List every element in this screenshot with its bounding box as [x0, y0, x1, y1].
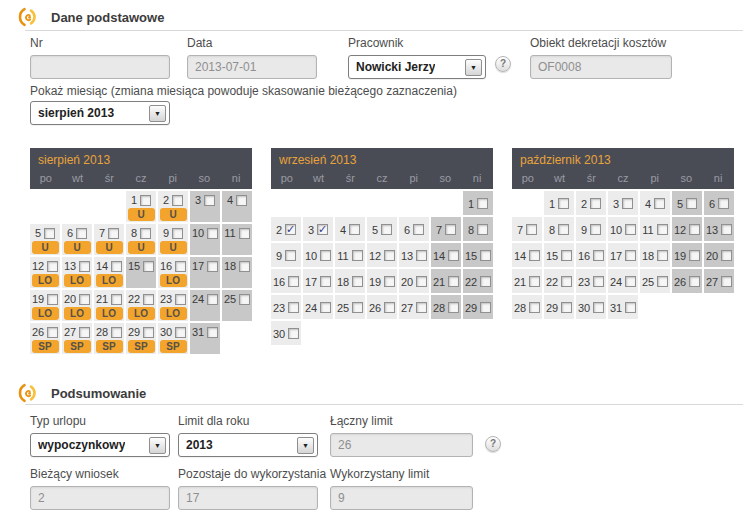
day-checkbox[interactable]	[320, 302, 331, 313]
day-checkbox[interactable]	[561, 250, 572, 261]
day-checkbox[interactable]	[288, 302, 299, 313]
day-checkbox[interactable]	[108, 228, 119, 239]
day-checkbox[interactable]	[416, 250, 427, 261]
day-checkbox[interactable]	[79, 261, 90, 272]
day-checkbox[interactable]	[448, 276, 459, 287]
day-checkbox[interactable]	[561, 276, 572, 287]
day-checkbox[interactable]	[477, 224, 488, 235]
day-checkbox[interactable]	[207, 228, 218, 239]
day-checkbox[interactable]	[445, 224, 456, 235]
day-checkbox[interactable]	[352, 276, 363, 287]
chevron-down-icon[interactable]: ▼	[149, 437, 166, 454]
day-checkbox[interactable]	[590, 224, 601, 235]
day-checkbox[interactable]	[320, 276, 331, 287]
day-checkbox[interactable]	[239, 294, 250, 305]
day-checkbox[interactable]	[448, 250, 459, 261]
day-checkbox[interactable]	[689, 224, 700, 235]
day-checkbox[interactable]	[207, 327, 218, 338]
day-checkbox[interactable]	[593, 250, 604, 261]
day-checkbox[interactable]	[288, 328, 299, 339]
day-checkbox[interactable]	[561, 302, 572, 313]
day-checkbox[interactable]	[320, 250, 331, 261]
day-checkbox[interactable]	[207, 294, 218, 305]
day-checkbox[interactable]	[480, 250, 491, 261]
day-checkbox[interactable]	[47, 294, 58, 305]
day-checkbox[interactable]	[111, 261, 122, 272]
employee-select[interactable]: Nowicki Jerzy ▼	[348, 55, 486, 79]
day-checkbox[interactable]	[657, 250, 668, 261]
day-checkbox[interactable]	[140, 228, 151, 239]
day-checkbox[interactable]	[384, 276, 395, 287]
day-checkbox[interactable]	[384, 302, 395, 313]
day-checkbox[interactable]	[480, 302, 491, 313]
chevron-down-icon[interactable]: ▼	[465, 59, 482, 76]
chevron-down-icon[interactable]: ▼	[149, 105, 166, 122]
day-checkbox[interactable]	[590, 198, 601, 209]
day-checkbox[interactable]	[204, 195, 215, 206]
day-checkbox[interactable]	[239, 261, 250, 272]
day-checkbox[interactable]	[76, 228, 87, 239]
day-checkbox[interactable]	[175, 294, 186, 305]
day-checkbox[interactable]	[140, 195, 151, 206]
day-checkbox[interactable]	[718, 198, 729, 209]
day-checkbox[interactable]	[352, 302, 363, 313]
day-checkbox[interactable]	[111, 327, 122, 338]
day-checkbox[interactable]	[79, 327, 90, 338]
day-checkbox[interactable]	[686, 198, 697, 209]
day-checkbox[interactable]	[625, 302, 636, 313]
day-checkbox[interactable]	[416, 276, 427, 287]
day-checkbox[interactable]	[172, 195, 183, 206]
day-checkbox[interactable]	[593, 276, 604, 287]
day-checkbox[interactable]	[689, 276, 700, 287]
day-checkbox[interactable]	[285, 224, 296, 235]
day-checkbox[interactable]	[143, 294, 154, 305]
day-checkbox[interactable]	[79, 294, 90, 305]
day-checkbox[interactable]	[47, 261, 58, 272]
day-checkbox[interactable]	[349, 224, 360, 235]
day-checkbox[interactable]	[558, 198, 569, 209]
day-checkbox[interactable]	[654, 198, 665, 209]
year-limit-select[interactable]: 2013 ▼	[178, 433, 318, 457]
day-checkbox[interactable]	[352, 250, 363, 261]
day-checkbox[interactable]	[593, 302, 604, 313]
day-checkbox[interactable]	[625, 250, 636, 261]
day-checkbox[interactable]	[143, 261, 154, 272]
day-checkbox[interactable]	[721, 250, 732, 261]
day-checkbox[interactable]	[317, 224, 328, 235]
day-checkbox[interactable]	[480, 276, 491, 287]
help-icon[interactable]: ?	[485, 436, 501, 452]
help-icon[interactable]: ?	[495, 56, 511, 72]
day-checkbox[interactable]	[526, 224, 537, 235]
day-checkbox[interactable]	[416, 302, 427, 313]
day-checkbox[interactable]	[413, 224, 424, 235]
day-checkbox[interactable]	[175, 261, 186, 272]
day-checkbox[interactable]	[529, 302, 540, 313]
day-checkbox[interactable]	[207, 261, 218, 272]
day-checkbox[interactable]	[384, 250, 395, 261]
day-checkbox[interactable]	[625, 276, 636, 287]
day-checkbox[interactable]	[143, 327, 154, 338]
day-checkbox[interactable]	[529, 250, 540, 261]
chevron-down-icon[interactable]: ▼	[297, 437, 314, 454]
day-checkbox[interactable]	[529, 276, 540, 287]
day-checkbox[interactable]	[288, 276, 299, 287]
day-checkbox[interactable]	[239, 228, 250, 239]
leave-type-select[interactable]: wypoczynkowy ▼	[30, 433, 170, 457]
day-checkbox[interactable]	[111, 294, 122, 305]
day-checkbox[interactable]	[172, 228, 183, 239]
day-checkbox[interactable]	[381, 224, 392, 235]
day-checkbox[interactable]	[558, 224, 569, 235]
day-checkbox[interactable]	[689, 250, 700, 261]
day-checkbox[interactable]	[625, 224, 636, 235]
day-checkbox[interactable]	[47, 327, 58, 338]
day-checkbox[interactable]	[285, 250, 296, 261]
day-checkbox[interactable]	[448, 302, 459, 313]
day-checkbox[interactable]	[175, 327, 186, 338]
day-checkbox[interactable]	[622, 198, 633, 209]
day-checkbox[interactable]	[477, 198, 488, 209]
day-checkbox[interactable]	[721, 224, 732, 235]
day-checkbox[interactable]	[657, 276, 668, 287]
month-select[interactable]: sierpień 2013 ▼	[30, 101, 170, 125]
day-checkbox[interactable]	[721, 276, 732, 287]
day-checkbox[interactable]	[236, 195, 247, 206]
